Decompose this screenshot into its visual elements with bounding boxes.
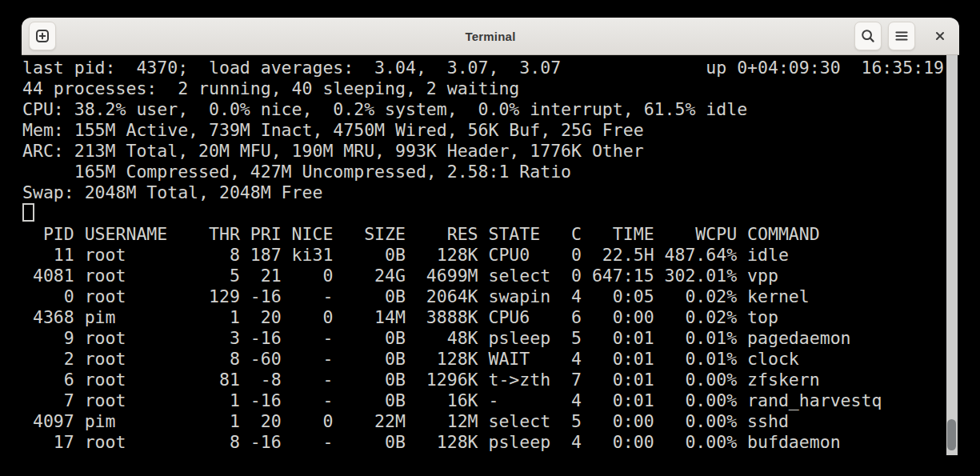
search-icon (860, 28, 876, 44)
process-table-row: 6 root 81 -8 - 0B 1296K t->zth 7 0:01 0.… (22, 370, 959, 390)
terminal-summary-line: ARC: 213M Total, 20M MFU, 190M MRU, 993K… (22, 141, 959, 162)
terminal-summary-line: last pid: 4370; load averages: 3.04, 3.0… (22, 58, 959, 78)
terminal-window: Terminal (22, 18, 959, 455)
process-table-row: 0 root 129 -16 - 0B 2064K swapin 4 0:05 … (22, 286, 959, 307)
process-table-row: 2 root 8 -60 - 0B 128K WAIT 4 0:01 0.01%… (22, 349, 959, 370)
menu-icon (894, 28, 910, 44)
titlebar-right-controls (854, 22, 954, 50)
titlebar-left-controls (29, 22, 56, 50)
scrollbar-track[interactable] (946, 55, 958, 455)
process-table-row: 17 root 8 -16 - 0B 128K psleep 4 0:00 0.… (22, 432, 959, 453)
titlebar: Terminal (22, 18, 959, 55)
terminal-summary-line: Swap: 2048M Total, 2048M Free (22, 182, 959, 203)
process-table-row: 4081 root 5 21 0 24G 4699M select 0 647:… (22, 266, 959, 286)
terminal-screen[interactable]: last pid: 4370; load averages: 3.04, 3.0… (22, 55, 959, 455)
close-button[interactable] (926, 22, 954, 50)
terminal-summary-line: CPU: 38.2% user, 0.0% nice, 0.2% system,… (22, 99, 959, 120)
terminal-cursor (22, 203, 34, 222)
process-table-row: 11 root 8 187 ki31 0B 128K CPU0 0 22.5H … (22, 245, 959, 266)
process-table-row: 4368 pim 1 20 0 14M 3888K CPU6 6 0:00 0.… (22, 307, 959, 328)
process-table-row: 7 root 1 -16 - 0B 16K - 4 0:01 0.00% ran… (22, 390, 959, 411)
terminal-summary-line: 44 processes: 2 running, 40 sleeping, 2 … (22, 78, 959, 99)
close-icon (934, 30, 946, 42)
terminal-cursor-line (22, 203, 959, 224)
new-tab-icon (34, 28, 50, 44)
search-button[interactable] (854, 22, 882, 50)
scrollbar-thumb[interactable] (947, 419, 956, 450)
window-title: Terminal (465, 30, 515, 43)
process-table-row: 4097 pim 1 20 0 22M 12M select 5 0:00 0.… (22, 411, 959, 432)
terminal-summary-line: Mem: 155M Active, 739M Inact, 4750M Wire… (22, 120, 959, 141)
new-tab-button[interactable] (29, 22, 56, 50)
terminal-summary-line: 165M Compressed, 427M Uncompressed, 2.58… (22, 162, 959, 182)
process-table-row: 9 root 3 -16 - 0B 48K psleep 5 0:01 0.01… (22, 328, 959, 349)
process-table-header: PID USERNAME THR PRI NICE SIZE RES STATE… (22, 224, 959, 245)
menu-button[interactable] (888, 22, 915, 50)
